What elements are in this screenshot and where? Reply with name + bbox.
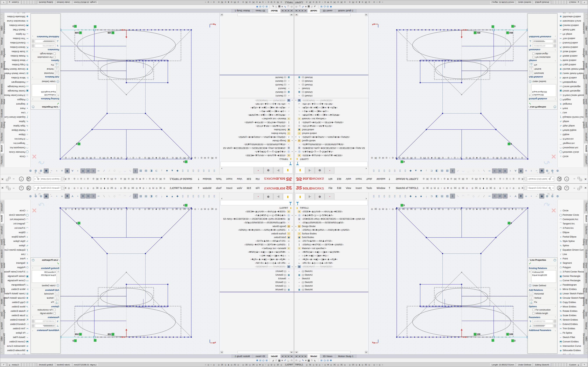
tool-partial-ellipse[interactable]: ◖Partial Ellipse (558, 234, 584, 239)
tool-perimeter-circle[interactable]: ◯Perimeter Circle (4, 150, 30, 154)
menu-tools[interactable]: Tools (216, 187, 222, 189)
ok-check-icon[interactable]: ✓ (528, 262, 557, 266)
search-box[interactable]: ▾ (523, 185, 554, 191)
length-parameter[interactable]: ↯ 10.88152731 ▲▼ (31, 319, 60, 324)
lines-icon[interactable]: ≡ (60, 168, 64, 173)
dot-icon[interactable]: ∘ (54, 168, 59, 173)
displaymanager-tab[interactable]: ◔ (254, 167, 263, 174)
faded-icon[interactable]: ◇ (112, 168, 117, 173)
gear-icon[interactable]: ✱ (330, 359, 332, 362)
tool-silhouette-entities[interactable]: ◈Silhouette Entities (4, 15, 30, 19)
tab-sheet-metal[interactable]: Sheet Metal (0, 97, 4, 107)
tool-partial-ellipse[interactable]: ◖Partial Ellipse (4, 234, 30, 239)
folder-check-icon[interactable]: ⊞ (266, 359, 268, 362)
tab-direct-editing[interactable]: Direct Editing (0, 119, 4, 131)
tool-perimeter-circle[interactable]: ◯Perimeter Circle (558, 213, 584, 217)
relation-badge[interactable]: ∕ 3 (76, 143, 80, 145)
tool-3-point-arc[interactable]: ◠3 Point Arc (4, 226, 30, 230)
tool-line[interactable]: ∕Line (558, 252, 584, 256)
new-document-icon[interactable]: ▯ (212, 194, 217, 199)
cancel-sketch-watermark-icon[interactable]: ✕ (32, 207, 37, 214)
spinner-control[interactable]: ▲▼ (32, 44, 34, 48)
tool-linear-sketch-pattern[interactable]: ⊞Linear Sketch Pattern (4, 291, 30, 296)
relation-item[interactable]: Collinear108 (33, 271, 56, 274)
arrow-down-icon[interactable]: ↓ (159, 194, 164, 199)
tab-markup[interactable]: Markup (0, 36, 4, 46)
tool-point[interactable]: ▪Point (4, 256, 30, 261)
add-vertical-button[interactable]: | Vertical (528, 296, 557, 300)
equal-relation-tag[interactable]: = 109 (108, 333, 114, 335)
additional-parameters-header[interactable]: Additional Parameters ⌄ (528, 35, 557, 39)
print-icon[interactable]: ▨ (138, 194, 143, 199)
print-icon[interactable]: ▨ (138, 168, 143, 173)
tree-item[interactable]: ▸▤Design Binder (220, 139, 294, 143)
tree-item[interactable]: ▦(-) Sketch6 (220, 288, 294, 291)
options-header[interactable]: Options ⌃ (528, 304, 557, 308)
doc-tab-motion-study-1[interactable]: Motion Study 1 (335, 9, 356, 13)
doc-close-icon[interactable]: ✕ (35, 171, 36, 174)
add-fix-button[interactable]: ⚓ Fix (31, 63, 60, 67)
doc-tab-model[interactable]: Model (308, 9, 320, 13)
tool-segment[interactable]: #Segment (4, 102, 30, 106)
tab-nav-icon[interactable]: ▶ (284, 9, 287, 12)
tool-stretch-entities[interactable]: ⇱Stretch Entities (4, 317, 30, 322)
doc-minimize-icon[interactable]: ─ (43, 193, 45, 196)
tab-nav-icon[interactable]: ▶| (304, 355, 307, 358)
tree-item[interactable]: ⌐(-) Sketch4 (220, 79, 294, 83)
collinear-relation-badge[interactable]: ∕ 3 (73, 25, 77, 28)
tab-nav-icon[interactable]: ◀ (298, 9, 301, 12)
tree-item[interactable]: ▥○Ƨ5✚ЗΕƧ5○ИN◎∘✚ЭСЗΕПЗΕƧ5○∘○5ƧЗΕПЗΕСЭ✚∘◎N… (220, 146, 294, 150)
search-caret-icon[interactable]: ▾ (553, 187, 553, 189)
tree-item[interactable]: ◼Solid Bodies (294, 128, 368, 132)
table-icon[interactable]: ▦ (278, 6, 280, 8)
document-icon[interactable]: ▯ (382, 194, 387, 199)
tree-item[interactable]: ◔○Ƨ5♟◎Ƨ5ИNЗΕƧ5○∘○5ƧЗΕNИ5Ƨ◎♟5Ƨ○ (220, 221, 294, 224)
relation-badge[interactable]: ∕ 3 (76, 222, 80, 224)
tool-line[interactable]: ∕Line (4, 252, 30, 256)
tree-item[interactable]: ⌐(-) Sketch5 (294, 280, 368, 284)
document-icon[interactable]: ▯ (196, 194, 201, 199)
additional-parameters-header[interactable]: Additional Parameters ⌄ (528, 328, 557, 332)
doc-close-icon[interactable]: ✕ (552, 193, 553, 196)
tool-trim-entities[interactable]: ✂Trim Entities (4, 36, 30, 41)
add-relations-header[interactable]: Add Relations ⌃ (528, 75, 557, 79)
tree-item[interactable]: ▸A○Ƨ5ИN◎∘✚Α✚◎ИNΑ○∘○ΑNИ◎✚Α✚∘◎NИ5Ƨ○ (294, 228, 368, 232)
folder-check-icon[interactable]: ⊞ (266, 6, 268, 8)
add-horizontal-button[interactable]: — Horizontal (528, 71, 557, 75)
status-units-dropdown[interactable]: Custom ▴ (568, 1, 580, 4)
doc-minimize-icon[interactable]: ─ (544, 171, 545, 174)
tool-equation-driven-curve[interactable]: ƒEquation Driven Curve (558, 248, 584, 252)
tab-mesh-modeling[interactable]: Mesh Modeling (0, 296, 4, 308)
tool-partial-ellipse[interactable]: ◖Partial Ellipse (4, 128, 30, 133)
paste-icon[interactable]: ⊐ (429, 194, 434, 199)
configuration-tab[interactable]: ⊕ (315, 167, 325, 174)
tool-convert-entities[interactable]: ⬒Convert Entities (558, 339, 584, 344)
dimension-3d-icon[interactable]: 3D (497, 194, 502, 199)
tool-fit-spline[interactable]: ⌙Fit Spline (558, 32, 584, 36)
undo-icon[interactable]: ⇩ (133, 168, 138, 173)
gear-icon[interactable]: ✱ (330, 6, 332, 8)
tree-item[interactable]: ▱○✚ʒ9℮∘♟○∗◉[○∘○]◉∗○♟∘℮9ʒ✚○ (220, 106, 294, 109)
displaymanager-tab[interactable]: ◔ (325, 193, 334, 200)
collapse-icon[interactable]: ⌃ (555, 98, 556, 100)
dimension-3d-icon[interactable]: 3D (86, 194, 91, 199)
cancel-sketch-watermark-icon[interactable]: ✕ (551, 153, 556, 160)
folder-check-icon[interactable]: ⊞ (320, 6, 322, 8)
doc-close-icon[interactable]: ✕ (35, 193, 36, 196)
corner-axis-icon[interactable]: ⊾ (314, 6, 316, 8)
tool-centerpoint-arc[interactable]: ◠Centerpoint Arc (558, 146, 584, 150)
tool-stretch-entities[interactable]: ⇱Stretch Entities (558, 317, 584, 322)
add-horizontal-button[interactable]: — Horizontal (31, 292, 60, 296)
tool-segment[interactable]: #Segment (558, 102, 584, 106)
menu-view[interactable]: View (237, 178, 242, 181)
tool-move-entities[interactable]: ↗Move Entities (558, 304, 584, 309)
corner-axis-icon[interactable]: ⊾ (272, 359, 274, 362)
relation-item[interactable]: Equal length109 (33, 274, 56, 277)
tree-item[interactable]: ◗Surface Bodies (220, 132, 294, 135)
doc-arrow-icon[interactable]: ◧ (434, 168, 439, 173)
cone-shape-icon[interactable]: ▲ (413, 168, 418, 173)
tool-extend-entities[interactable]: ⊢Extend Entities (4, 322, 30, 326)
tree-item[interactable]: ⌐(-) Sketch1 (294, 269, 368, 273)
cancel-sketch-watermark-icon[interactable]: ✕ (551, 207, 556, 214)
pin-icon[interactable] (388, 187, 391, 189)
